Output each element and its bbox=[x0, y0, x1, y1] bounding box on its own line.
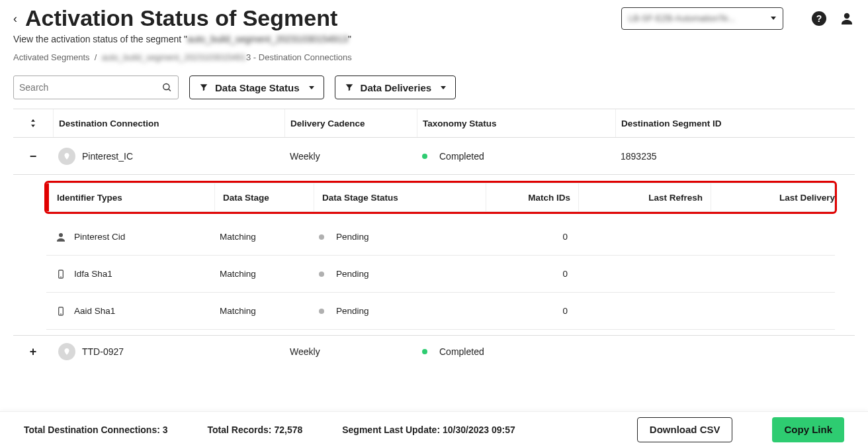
identifier-type: Aaid Sha1 bbox=[74, 306, 115, 316]
data-stage: Matching bbox=[212, 232, 311, 242]
chevron-down-icon bbox=[441, 86, 446, 89]
person-icon bbox=[54, 230, 67, 244]
subcol-data-stage[interactable]: Data Stage bbox=[214, 183, 314, 211]
identifier-type: Pinterest Cid bbox=[74, 232, 125, 242]
data-stage: Matching bbox=[212, 306, 311, 316]
download-csv-button[interactable]: Download CSV bbox=[637, 417, 733, 442]
subtable-row: Pinterest Cid Matching Pending 0 bbox=[46, 219, 835, 256]
org-name: LB-SF-EZB-AutomationTe... bbox=[629, 13, 735, 23]
subcol-last-refresh[interactable]: Last Refresh bbox=[578, 183, 711, 211]
segment-last-update: Segment Last Update: 10/30/2023 09:57 bbox=[342, 424, 515, 435]
match-ids: 0 bbox=[483, 232, 576, 242]
status-dot-icon bbox=[319, 309, 324, 314]
sort-column[interactable] bbox=[13, 109, 53, 137]
page-subtitle: View the activation status of the segmen… bbox=[0, 31, 868, 50]
col-destination-segment-id[interactable]: Destination Segment ID bbox=[615, 109, 855, 137]
user-icon[interactable] bbox=[839, 11, 855, 26]
chevron-down-icon bbox=[309, 86, 314, 89]
identifier-type: Idfa Sha1 bbox=[74, 269, 112, 279]
subtable-header: Identifier Types Data Stage Data Stage S… bbox=[46, 183, 835, 212]
collapse-button[interactable]: − bbox=[26, 149, 40, 164]
total-records: Total Records: 72,578 bbox=[208, 424, 303, 435]
breadcrumb-segment-name: auto_build_segment_2023103015491 bbox=[102, 52, 246, 62]
svg-point-0 bbox=[844, 13, 849, 18]
help-icon[interactable]: ? bbox=[811, 11, 827, 26]
status-dot-icon bbox=[319, 234, 324, 240]
data-stage-status: Pending bbox=[336, 269, 369, 279]
destination-segment-id: 1893235 bbox=[615, 138, 855, 174]
subtable: Identifier Types Data Stage Data Stage S… bbox=[13, 183, 855, 336]
data-stage: Matching bbox=[212, 269, 311, 279]
breadcrumb-tail: 3 - Destination Connections bbox=[246, 52, 352, 62]
subcol-match-ids[interactable]: Match IDs bbox=[486, 183, 578, 211]
data-stage-status: Pending bbox=[336, 232, 369, 242]
match-ids: 0 bbox=[483, 306, 576, 316]
total-connections: Total Destination Connections: 3 bbox=[24, 424, 168, 435]
taxonomy-status: Completed bbox=[439, 346, 484, 357]
expand-button[interactable]: + bbox=[26, 344, 40, 359]
filter-data-deliveries[interactable]: Data Deliveries bbox=[335, 75, 456, 99]
page-title: Activation Status of Segment bbox=[25, 5, 621, 31]
copy-link-button[interactable]: Copy Link bbox=[772, 417, 844, 442]
delivery-cadence: Weekly bbox=[284, 336, 417, 368]
match-ids: 0 bbox=[483, 269, 576, 279]
search-input-wrap[interactable] bbox=[13, 75, 179, 99]
status-dot-icon bbox=[422, 154, 427, 159]
taxonomy-status: Completed bbox=[439, 151, 484, 162]
table-row: + TTD-0927 Weekly Completed bbox=[13, 336, 855, 368]
connection-icon bbox=[58, 148, 75, 165]
back-button[interactable]: ‹ bbox=[13, 13, 17, 25]
destination-segment-id bbox=[615, 336, 855, 368]
phone-icon bbox=[54, 305, 67, 318]
col-destination-connection[interactable]: Destination Connection bbox=[53, 109, 284, 137]
phone-icon bbox=[54, 268, 67, 281]
col-delivery-cadence[interactable]: Delivery Cadence bbox=[284, 109, 417, 137]
table-header: Destination Connection Delivery Cadence … bbox=[13, 109, 855, 138]
subcol-identifier-types[interactable]: Identifier Types bbox=[49, 183, 214, 211]
breadcrumb-activated-segments[interactable]: Activated Segments bbox=[13, 52, 90, 62]
data-stage-status: Pending bbox=[336, 306, 369, 316]
subtable-row: Aaid Sha1 Matching Pending 0 bbox=[46, 293, 835, 330]
connection-icon bbox=[58, 343, 75, 360]
svg-point-4 bbox=[59, 233, 63, 237]
status-dot-icon bbox=[319, 272, 324, 277]
subtable-row: Idfa Sha1 Matching Pending 0 bbox=[46, 256, 835, 293]
svg-point-1 bbox=[163, 83, 169, 89]
search-input[interactable] bbox=[19, 82, 161, 93]
subcol-last-delivery[interactable]: Last Delivery bbox=[711, 183, 843, 211]
org-selector[interactable]: LB-SF-EZB-AutomationTe... bbox=[621, 7, 783, 30]
table-row: − Pinterest_IC Weekly Completed 1893235 bbox=[13, 138, 855, 175]
connection-name: TTD-0927 bbox=[82, 346, 124, 357]
footer: Total Destination Connections: 3 Total R… bbox=[0, 411, 868, 447]
col-taxonomy-status[interactable]: Taxonomy Status bbox=[417, 109, 615, 137]
subcol-data-stage-status[interactable]: Data Stage Status bbox=[314, 183, 486, 211]
delivery-cadence: Weekly bbox=[284, 138, 417, 174]
breadcrumb: Activated Segments / auto_build_segment_… bbox=[0, 50, 868, 75]
filter-icon bbox=[199, 83, 208, 92]
chevron-down-icon bbox=[771, 17, 776, 20]
search-icon bbox=[161, 81, 173, 93]
filter-icon bbox=[345, 83, 354, 92]
filter-data-stage-status[interactable]: Data Stage Status bbox=[189, 75, 324, 99]
svg-line-2 bbox=[169, 89, 171, 91]
connection-name: Pinterest_IC bbox=[82, 151, 133, 162]
status-dot-icon bbox=[422, 349, 427, 354]
